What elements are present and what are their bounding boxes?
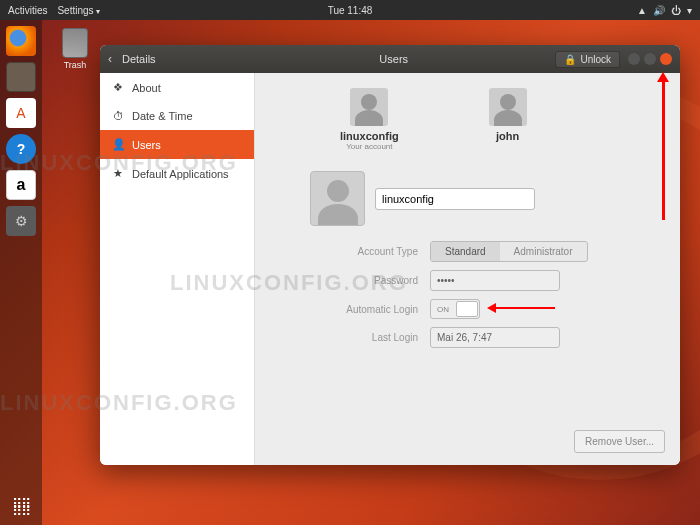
sidebar-item-label: Default Applications: [132, 168, 229, 180]
users-panel: linuxconfig Your account john Account Ty…: [255, 73, 680, 465]
account-type-label: Account Type: [310, 246, 430, 257]
username-input[interactable]: [375, 188, 535, 210]
switch-handle: [456, 301, 478, 317]
clock[interactable]: Tue 11:48: [328, 5, 373, 16]
unlock-button[interactable]: 🔒 Unlock: [555, 51, 620, 68]
sidebar-item-datetime[interactable]: ⏱ Date & Time: [100, 102, 254, 130]
avatar-icon: [350, 88, 388, 126]
user-name: linuxconfig: [340, 130, 399, 142]
account-type-admin[interactable]: Administrator: [500, 242, 587, 261]
sidebar-item-label: Date & Time: [132, 110, 193, 122]
trash-icon: [62, 28, 88, 58]
user-card-current[interactable]: linuxconfig Your account: [340, 88, 399, 151]
minimize-button[interactable]: [628, 53, 640, 65]
remove-user-button[interactable]: Remove User...: [574, 430, 665, 453]
star-icon: ★: [112, 167, 124, 180]
about-icon: ❖: [112, 81, 124, 94]
desktop-trash[interactable]: Trash: [55, 28, 95, 70]
avatar-icon: [489, 88, 527, 126]
auto-login-label: Automatic Login: [310, 304, 430, 315]
close-button[interactable]: [660, 53, 672, 65]
power-icon[interactable]: ⏻: [671, 5, 681, 16]
sidebar-item-users[interactable]: 👤 Users: [100, 130, 254, 159]
user-avatar-large[interactable]: [310, 171, 365, 226]
lock-icon: 🔒: [564, 54, 576, 65]
account-type-toggle[interactable]: Standard Administrator: [430, 241, 588, 262]
switch-on-label: ON: [437, 305, 449, 314]
settings-icon[interactable]: ⚙: [6, 206, 36, 236]
sidebar-item-label: Users: [132, 139, 161, 151]
network-icon[interactable]: ▲: [637, 5, 647, 16]
account-type-standard[interactable]: Standard: [431, 242, 500, 261]
amazon-icon[interactable]: a: [6, 170, 36, 200]
files-icon[interactable]: [6, 62, 36, 92]
sound-icon[interactable]: 🔊: [653, 5, 665, 16]
help-icon[interactable]: ?: [6, 134, 36, 164]
password-field[interactable]: •••••: [430, 270, 560, 291]
trash-label: Trash: [55, 60, 95, 70]
maximize-button[interactable]: [644, 53, 656, 65]
sidebar-item-label: About: [132, 82, 161, 94]
launcher-dock: A ? a ⚙ ⠿⠿⠿⠿: [0, 20, 42, 525]
auto-login-switch[interactable]: ON: [430, 299, 480, 319]
system-menu-chevron[interactable]: ▾: [687, 5, 692, 16]
app-menu[interactable]: Settings: [57, 5, 99, 16]
unlock-label: Unlock: [580, 54, 611, 65]
settings-window: ‹ Details Users 🔒 Unlock ❖ About ⏱ Date …: [100, 45, 680, 465]
users-icon: 👤: [112, 138, 124, 151]
back-button[interactable]: ‹: [108, 52, 112, 66]
top-bar: Activities Settings Tue 11:48 ▲ 🔊 ⏻ ▾: [0, 0, 700, 20]
password-label: Password: [310, 275, 430, 286]
activities-button[interactable]: Activities: [8, 5, 47, 16]
sidebar-item-default-apps[interactable]: ★ Default Applications: [100, 159, 254, 188]
details-sidebar: ❖ About ⏱ Date & Time 👤 Users ★ Default …: [100, 73, 255, 465]
titlebar-section: Details: [122, 53, 232, 65]
firefox-icon[interactable]: [6, 26, 36, 56]
last-login-label: Last Login: [310, 332, 430, 343]
window-title: Users: [232, 53, 555, 65]
user-card-other[interactable]: john: [489, 88, 527, 151]
window-titlebar: ‹ Details Users 🔒 Unlock: [100, 45, 680, 73]
user-name: john: [489, 130, 527, 142]
sidebar-item-about[interactable]: ❖ About: [100, 73, 254, 102]
user-subtitle: Your account: [340, 142, 399, 151]
clock-icon: ⏱: [112, 110, 124, 122]
ubuntu-software-icon[interactable]: A: [6, 98, 36, 128]
show-applications-icon[interactable]: ⠿⠿⠿⠿: [12, 501, 30, 515]
last-login-value: Mai 26, 7:47: [430, 327, 560, 348]
